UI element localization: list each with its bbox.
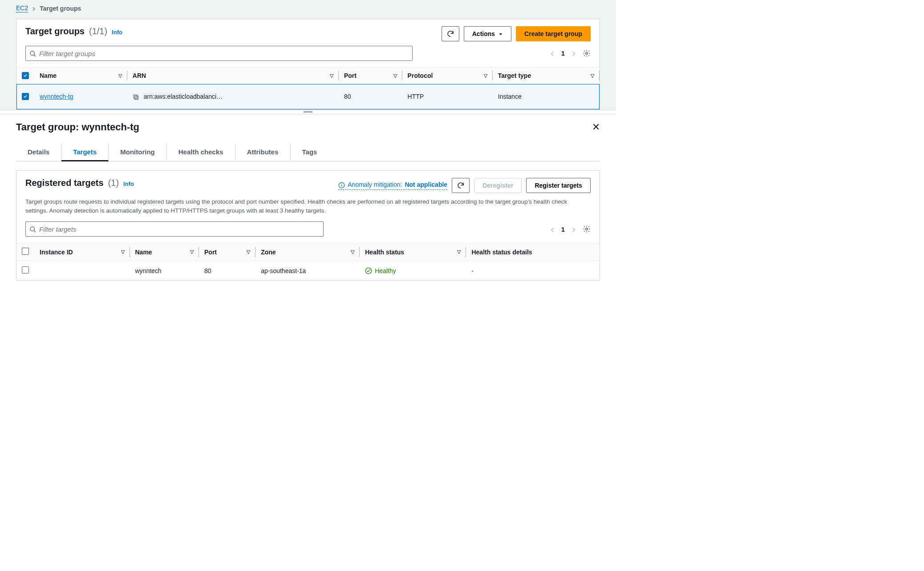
sort-icon[interactable]: ▽ (247, 249, 250, 255)
col-health[interactable]: Health status (365, 249, 404, 256)
targets-info-link[interactable]: Info (123, 181, 134, 187)
targets-table: Instance ID▽ Name▽ Port▽ Zone▽ Health st… (16, 243, 600, 280)
settings-button[interactable] (583, 49, 591, 57)
breadcrumb-root[interactable]: EC2 (16, 4, 28, 12)
svg-point-10 (586, 228, 588, 230)
panel-count: (1/1) (89, 26, 107, 36)
svg-line-1 (34, 55, 36, 56)
actions-button[interactable]: Actions (464, 26, 511, 41)
tg-name-link[interactable]: wynntech-tg (40, 93, 73, 100)
tab-attributes[interactable]: Attributes (235, 144, 291, 161)
page-next[interactable] (571, 225, 576, 233)
detail-tabs: Details Targets Monitoring Health checks… (16, 144, 600, 161)
select-all-targets-checkbox[interactable] (22, 248, 29, 255)
health-status: Healthy (365, 267, 396, 274)
info-link[interactable]: Info (112, 29, 122, 36)
svg-point-0 (30, 51, 34, 55)
tab-details[interactable]: Details (16, 144, 61, 161)
row-checkbox[interactable] (22, 266, 29, 273)
select-all-checkbox[interactable] (22, 72, 29, 79)
register-targets-button[interactable]: Register targets (526, 178, 591, 193)
tab-monitoring[interactable]: Monitoring (109, 144, 166, 161)
refresh-targets-button[interactable] (452, 178, 470, 193)
col-target-type[interactable]: Target type (498, 72, 531, 79)
sort-icon[interactable]: ▽ (190, 249, 194, 255)
info-icon (338, 181, 345, 189)
col-name[interactable]: Name (135, 249, 152, 256)
search-icon (29, 49, 36, 57)
target-groups-panel: Target groups (1/1) Info Actions Create … (16, 19, 600, 110)
page-number: 1 (561, 49, 565, 57)
table-row[interactable]: wynntech 80 ap-southeast-1a Healthy - (16, 261, 600, 281)
page-next[interactable] (571, 50, 576, 57)
pane-resizer[interactable] (0, 110, 616, 114)
check-circle-icon (365, 267, 372, 274)
panel-title: Target groups (25, 26, 85, 36)
targets-count: (1) (108, 178, 119, 188)
tg-protocol: HTTP (402, 84, 493, 109)
tab-targets[interactable]: Targets (61, 144, 109, 161)
cell-zone: ap-southeast-1a (255, 261, 360, 281)
caret-down-icon (498, 30, 503, 37)
col-name[interactable]: Name (40, 72, 57, 79)
cell-health-details: - (466, 261, 600, 281)
chevron-right-icon (32, 4, 36, 12)
page-prev[interactable] (550, 225, 555, 233)
cell-name: wynntech (130, 261, 199, 281)
tg-port: 80 (339, 84, 402, 109)
page-prev[interactable] (550, 50, 555, 57)
tab-health-checks[interactable]: Health checks (167, 144, 235, 161)
breadcrumb-current: Target groups (40, 5, 81, 12)
registered-targets-panel: Registered targets (1) Info Anomaly miti… (16, 170, 600, 281)
svg-rect-4 (134, 95, 137, 98)
filter-targets-input[interactable] (39, 225, 320, 233)
sort-icon[interactable]: ▽ (591, 73, 594, 79)
targets-description: Target groups route requests to individu… (25, 197, 591, 216)
actions-label: Actions (472, 30, 495, 37)
close-icon[interactable]: ✕ (592, 121, 600, 133)
detail-title: Target group: wynntech-tg (16, 121, 139, 133)
col-health-details[interactable]: Health status details (471, 249, 532, 256)
search-icon (29, 225, 36, 233)
cell-instance-id (34, 261, 130, 281)
svg-point-7 (341, 183, 342, 184)
deregister-button: Deregister (474, 178, 522, 193)
col-port[interactable]: Port (344, 72, 357, 79)
sort-icon[interactable]: ▽ (351, 249, 354, 255)
svg-rect-3 (135, 96, 138, 100)
svg-line-9 (34, 230, 36, 232)
tab-tags[interactable]: Tags (291, 144, 329, 161)
refresh-button[interactable] (442, 26, 459, 41)
settings-button[interactable] (583, 225, 591, 233)
sort-icon[interactable]: ▽ (393, 73, 397, 79)
col-protocol[interactable]: Protocol (408, 72, 433, 79)
cell-port: 80 (199, 261, 255, 281)
sort-icon[interactable]: ▽ (121, 249, 125, 255)
col-arn[interactable]: ARN (133, 72, 146, 79)
row-checkbox[interactable] (22, 93, 29, 100)
page-number: 1 (561, 225, 565, 233)
breadcrumb: EC2 Target groups (16, 4, 600, 19)
sort-icon[interactable]: ▽ (457, 249, 461, 255)
filter-targets[interactable] (25, 221, 324, 237)
create-target-group-button[interactable]: Create target group (516, 26, 591, 41)
sort-icon[interactable]: ▽ (484, 73, 487, 79)
refresh-icon (446, 30, 454, 38)
table-row[interactable]: wynntech-tg arn:aws:elasticloadbalanci… … (16, 84, 600, 109)
filter-input[interactable] (39, 50, 409, 57)
sort-icon[interactable]: ▽ (118, 73, 122, 79)
svg-point-2 (586, 52, 588, 55)
refresh-icon (457, 181, 465, 189)
tg-target-type: Instance (493, 84, 600, 109)
anomaly-mitigation[interactable]: Anomaly mitigation: Not applicable (338, 181, 447, 190)
targets-title: Registered targets (25, 178, 104, 188)
filter-target-groups[interactable] (25, 46, 413, 61)
sort-icon[interactable]: ▽ (330, 73, 333, 79)
svg-point-8 (30, 227, 34, 231)
copy-icon[interactable] (133, 93, 141, 100)
col-zone[interactable]: Zone (261, 249, 276, 256)
col-port[interactable]: Port (204, 249, 217, 256)
target-groups-table: Name▽ ARN▽ Port▽ Protocol▽ Target type▽ … (16, 67, 600, 109)
col-instance-id[interactable]: Instance ID (40, 249, 73, 256)
tg-arn: arn:aws:elasticloadbalanci… (144, 93, 223, 100)
